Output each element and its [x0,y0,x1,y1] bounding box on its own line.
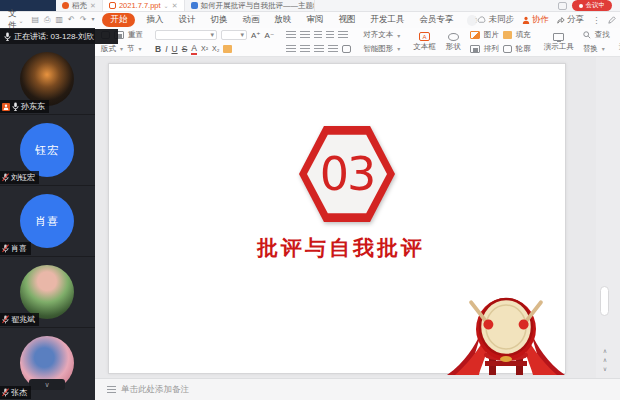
bullet-list-icon[interactable] [286,31,296,39]
chevron-down-icon[interactable]: ▾ [91,15,94,25]
find-button[interactable]: 查找 [595,30,610,40]
underline-button[interactable]: U [172,44,178,54]
tab-design[interactable]: 设计 [174,13,199,27]
align-left-icon[interactable] [286,45,296,53]
window-panel-icon[interactable] [558,2,567,10]
justify-icon[interactable] [328,45,338,53]
collapse-list-button[interactable]: ∨ [29,379,65,390]
tab-slideshow[interactable]: 放映 [270,13,295,27]
tab-home[interactable]: 开始 [102,13,135,27]
highlight-color-icon[interactable] [223,45,232,53]
chevron-down-icon: ▾ [210,31,214,39]
redo-icon[interactable]: ↷ [80,15,87,25]
more-menu-icon[interactable]: ⋮ [592,15,601,25]
tab-member[interactable]: 会员专享 [415,13,457,27]
participant-name-tag: 翟兆斌 [0,313,39,326]
textbox-button[interactable]: A 文本框 [408,28,441,56]
smart-graphic-button[interactable]: 智能图形 [363,44,393,54]
slide-title[interactable]: 批评与自我批评 [109,234,573,262]
section-button[interactable]: 节 [127,44,135,54]
previous-slide-icon[interactable]: ∧ [603,357,607,363]
text-tools-group: 对齐文本 ▾ 智能图形 ▾ [359,28,404,56]
line-spacing-icon[interactable] [338,31,348,39]
participant-tile[interactable]: 孙东东 [0,44,95,115]
fill-icon[interactable] [503,31,512,39]
numbered-list-icon[interactable] [300,31,310,39]
close-icon[interactable]: ✕ [172,2,178,10]
notes-bar[interactable]: 单击此处添加备注 [95,378,620,400]
tab-label: 稻壳 [72,1,87,11]
arrange-icon[interactable] [470,45,480,53]
tab-insert[interactable]: 插入 [142,13,167,27]
vertical-scrollbar[interactable]: ∧ ∧ ∨ [596,57,620,378]
tab-view[interactable]: 视图 [334,13,359,27]
decrease-font-icon[interactable]: A⁻ [265,31,275,40]
align-right-icon[interactable] [314,45,324,53]
font-color-button[interactable]: A [191,43,197,55]
edit-pencil-icon[interactable] [608,16,616,24]
present-tools-button[interactable]: 演示工具 [539,28,579,56]
sync-status[interactable]: 未同步 [477,14,514,26]
print-icon[interactable]: ⎙ [44,15,50,25]
strikethrough-button[interactable]: S [182,44,188,54]
slide-number-hexagon[interactable]: 03 [299,124,395,224]
arrange-button[interactable]: 排列 [484,44,499,54]
layout-button[interactable]: 版式 [101,44,116,54]
participant-name-tag: 肖喜 [0,242,31,255]
outline-button[interactable]: 轮廓 [516,44,531,54]
preview-icon[interactable]: ▥ [56,15,64,25]
italic-button[interactable]: I [165,44,167,54]
avatar: 肖喜 [20,194,74,248]
menu-bar: 文件 ⌄ ▤ ⎙ ▥ ↶ ↷ ▾ 开始 插入 设计 切换 动画 放映 审阅 视图… [0,12,620,28]
tab-review[interactable]: 审阅 [302,13,327,27]
chinese-drum-illustration[interactable] [445,293,567,375]
command-search-input[interactable]: 查找命令、搜索模板 [467,15,477,26]
tab-template-store[interactable]: 稻壳 ✕ [56,0,103,11]
collaborate-button[interactable]: 协作 [522,14,549,26]
align-text-button[interactable]: 对齐文本 [363,30,393,40]
align-center-icon[interactable] [300,45,310,53]
tab-developer[interactable]: 开发工具 [366,13,408,27]
scrollbar-thumb[interactable] [600,286,609,316]
participant-tile[interactable]: 钰宏 刘钰宏 [0,115,95,186]
tab-transitions[interactable]: 切换 [206,13,231,27]
participant-tile[interactable]: 翟兆斌 [0,257,95,328]
document-tab-bar: 稻壳 ✕ 2021.7.7.ppt ⌄ ✕ 如何开展批评与自我批评——主题组织生… [0,0,620,12]
save-icon[interactable]: ▤ [32,15,40,25]
replace-button[interactable]: 替换 [583,44,598,54]
outline-icon[interactable] [503,45,512,53]
store-icon [62,2,69,9]
mic-on-icon [12,102,19,111]
decrease-indent-icon[interactable] [314,31,322,39]
meeting-status-button[interactable]: 会议中 [572,0,613,11]
reset-label[interactable]: 重置 [128,30,143,40]
superscript-button[interactable]: X² [201,45,208,52]
tab-word-document[interactable]: 如何开展批评与自我批评——主题组织生活会 ✕ [185,0,315,11]
fill-button[interactable]: 填充 [516,30,531,40]
tab-presentation[interactable]: 2021.7.7.ppt ⌄ ✕ [103,0,185,11]
bold-button[interactable]: B [155,44,161,54]
select-button[interactable]: 选择 [614,28,620,56]
increase-font-icon[interactable]: A⁺ [251,31,261,40]
monitor-icon [553,33,564,41]
tab-animation[interactable]: 动画 [238,13,263,27]
increase-indent-icon[interactable] [326,31,334,39]
close-icon[interactable]: ✕ [90,2,96,10]
next-slide-icon[interactable]: ∨ [603,366,607,372]
font-name-select[interactable]: ▾ [155,30,217,40]
participant-tile[interactable]: 肖喜 肖喜 [0,186,95,257]
scroll-up-icon[interactable]: ∧ [603,348,607,354]
shape-icon [448,33,459,41]
share-button[interactable]: 分享 [557,14,584,26]
participant-tile[interactable]: ∨ 张杰 [0,328,95,400]
picture-button[interactable]: 图片 [484,30,499,40]
undo-icon[interactable]: ↶ [68,15,75,25]
doc-file-icon [191,2,198,9]
shape-button[interactable]: 形状 [441,28,466,56]
chevron-down-icon[interactable]: ⌄ [164,2,169,9]
font-size-select[interactable]: ▾ [221,30,247,40]
subscript-button[interactable]: X₂ [212,45,219,52]
picture-icon[interactable] [470,31,480,39]
slide-canvas[interactable]: 03 批评与自我批评 [108,63,566,374]
columns-icon[interactable] [342,45,351,53]
